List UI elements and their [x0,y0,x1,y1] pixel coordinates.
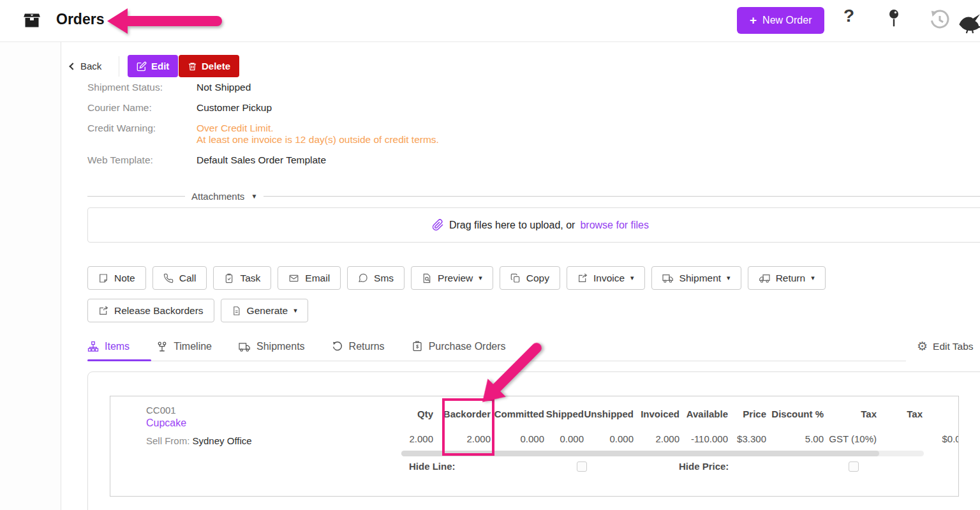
left-sidebar [0,42,61,510]
shipment-button[interactable]: Shipment ▾ [651,266,741,290]
sms-button[interactable]: Sms [347,266,405,290]
timeline-icon [156,341,168,352]
file-preview-icon [422,273,432,283]
detail-tabs: Items Timeline Shipments Returns [87,336,506,357]
field-label-credit-warning: Credit Warning: [87,123,156,134]
tabs-divider [87,361,906,361]
attachments-divider-right [264,196,980,197]
actions-row-1: Note Call Task Email Sms [87,266,826,290]
return-button[interactable]: Return ▾ [748,266,826,290]
chevron-down-icon: ▾ [293,306,297,315]
arrow-shaft [125,16,222,26]
chat-bubble-icon [358,273,368,283]
generate-button[interactable]: Generate ▾ [221,299,308,322]
chevron-down-icon: ▼ [251,193,257,200]
order-line-item: CC001 Cupcake Sell From: Sydney Office Q… [110,396,959,497]
copy-icon [510,273,521,283]
attachments-divider-left [87,196,185,197]
field-value-web-template: Default Sales Order Template [197,154,326,166]
dropzone-text: Drag files here to upload, or [449,220,575,231]
share-box-icon [98,306,108,316]
tab-shipments[interactable]: Shipments [239,336,305,357]
email-button[interactable]: Email [278,266,341,290]
pin-icon[interactable] [887,8,901,34]
copy-button[interactable]: Copy [500,266,560,290]
pencil-icon [137,61,147,71]
active-tab-underline [87,359,151,361]
attachments-section-toggle[interactable]: Attachments ▼ [191,191,257,202]
gear-icon: ⚙ [917,339,928,354]
call-button[interactable]: Call [152,266,207,290]
toolbar-divider [119,56,119,77]
item-sell-from: Sell From: Sydney Office [146,435,252,446]
tab-purchase-orders[interactable]: Purchase Orders [412,336,506,357]
preview-button[interactable]: Preview ▾ [411,266,493,290]
credit-warning-line2: At least one invoice is 12 day(s) outsid… [197,134,439,146]
item-sku: CC001 [146,405,176,416]
delete-button[interactable]: Delete [179,55,239,77]
field-label-courier-name: Courier Name: [87,102,152,114]
orders-page: Orders + New Order ? [0,0,980,510]
back-button[interactable]: Back [70,61,101,71]
note-icon [98,273,108,283]
truck-icon [662,273,674,283]
new-order-button[interactable]: + New Order [737,7,824,34]
plus-icon: + [750,13,757,27]
release-backorders-button[interactable]: Release Backorders [87,299,214,322]
share-box-icon [577,273,588,283]
bird-logo-icon[interactable] [958,8,980,37]
trash-icon [188,61,197,71]
chevron-down-icon: ▾ [630,274,634,282]
hide-line-label: Hide Line: [409,461,456,472]
field-value-shipment-status: Not Shipped [197,82,251,93]
sell-from-value: Sydney Office [193,435,252,446]
truck-icon [239,341,251,352]
chevron-left-icon [69,63,76,70]
return-truck-icon [759,273,770,283]
edit-button[interactable]: Edit [128,55,178,77]
chevron-down-icon: ▾ [727,274,731,282]
paperclip-icon [432,219,444,231]
file-dropzone[interactable]: Drag files here to upload, or browse for… [87,207,980,243]
history-icon[interactable] [928,8,951,34]
chevron-down-icon: ▾ [479,274,482,282]
edit-tabs-button[interactable]: ⚙ Edit Tabs [917,339,974,354]
orders-box-icon [23,11,41,32]
document-icon [232,306,241,316]
tab-items[interactable]: Items [87,336,130,357]
credit-warning-line1: Over Credit Limit. [197,123,274,134]
clipboard-check-icon [224,273,234,283]
field-value-courier-name: Customer Pickup [197,102,272,114]
note-button[interactable]: Note [87,266,146,290]
actions-row-2: Release Backorders Generate ▾ [87,299,308,322]
item-product-link[interactable]: Cupcake [146,417,186,429]
sitemap-icon [87,341,99,352]
tab-returns[interactable]: Returns [332,336,385,357]
receipt-icon [412,341,423,352]
help-icon[interactable]: ? [843,6,854,26]
field-label-shipment-status: Shipment Status: [87,82,163,93]
field-label-web-template: Web Template: [87,154,153,166]
task-button[interactable]: Task [213,266,271,290]
hide-line-checkbox[interactable] [577,461,587,472]
annotation-arrow-title [107,8,225,34]
tab-timeline[interactable]: Timeline [156,336,212,357]
envelope-icon [288,273,299,283]
browse-files-link[interactable]: browse for files [580,220,649,231]
chevron-down-icon: ▾ [811,274,815,282]
page-title: Orders [56,11,104,28]
phone-icon [163,273,174,283]
hide-price-label: Hide Price: [679,461,729,472]
rotate-ccw-icon [332,341,343,352]
invoice-button[interactable]: Invoice ▾ [567,266,645,290]
hide-price-checkbox[interactable] [849,461,859,472]
